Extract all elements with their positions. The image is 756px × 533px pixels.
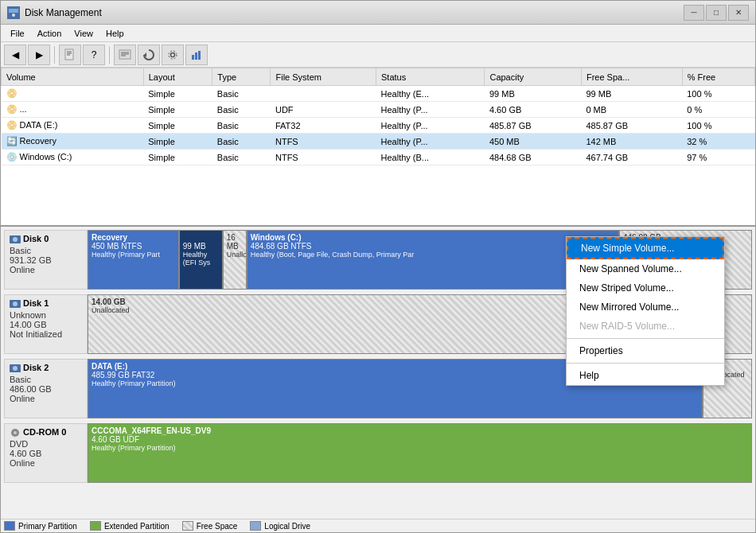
table-row[interactable]: 📀DATA (E:) Simple Basic FAT32 Healthy (P… bbox=[2, 118, 755, 134]
disk-0-efi-size: 99 MB bbox=[183, 242, 219, 251]
disk-0-efi-status: Healthy (EFI Sys bbox=[183, 251, 219, 266]
menu-bar: File Action View Help bbox=[1, 25, 755, 42]
cell-layout: Simple bbox=[143, 134, 212, 150]
col-status[interactable]: Status bbox=[376, 68, 485, 86]
table-row[interactable]: 🔄Recovery Simple Basic NTFS Healthy (P..… bbox=[2, 134, 755, 150]
col-freespace[interactable]: Free Spa... bbox=[581, 68, 682, 86]
table-row[interactable]: 💿Windows (C:) Simple Basic NTFS Healthy … bbox=[2, 150, 755, 165]
disk-cdrom-name: CD-ROM 0 bbox=[10, 427, 82, 438]
cell-fs: NTFS bbox=[271, 150, 376, 165]
disk-label-1: Disk 1 Unknown 14.00 GB Not Initialized bbox=[4, 294, 88, 354]
window-title: Disk Management bbox=[25, 7, 684, 18]
cell-layout: Simple bbox=[143, 118, 212, 134]
col-volume[interactable]: Volume bbox=[2, 68, 144, 86]
cell-pct: 100 % bbox=[682, 86, 754, 102]
disk-cdrom-disc[interactable]: CCCOMA_X64FRE_EN-US_DV9 4.60 GB UDF Heal… bbox=[88, 424, 751, 482]
cell-capacity: 484.68 GB bbox=[485, 150, 582, 165]
cell-free: 0 MB bbox=[581, 102, 682, 118]
cell-volume: 📀DATA (E:) bbox=[2, 118, 144, 134]
table-row[interactable]: 📀 Simple Basic Healthy (E... 99 MB 99 MB… bbox=[2, 86, 755, 102]
volume-table: Volume Layout Type File System Status Ca… bbox=[1, 68, 755, 227]
properties-button[interactable] bbox=[114, 45, 136, 65]
disk-1-name: Disk 1 bbox=[10, 298, 82, 309]
window-controls: ─ □ ✕ bbox=[684, 5, 749, 21]
disk-0-recovery-status: Healthy (Primary Part bbox=[92, 251, 175, 259]
legend-extended: Extended Partition bbox=[90, 521, 170, 531]
col-type[interactable]: Type bbox=[212, 68, 271, 86]
cell-free: 99 MB bbox=[581, 86, 682, 102]
maximize-button[interactable]: □ bbox=[706, 5, 727, 21]
disk-1-size: 14.00 GB bbox=[10, 320, 82, 329]
help-button[interactable]: ? bbox=[83, 45, 105, 65]
forward-button[interactable]: ▶ bbox=[28, 45, 50, 65]
menu-file[interactable]: File bbox=[4, 25, 31, 41]
menu-action[interactable]: Action bbox=[31, 25, 68, 41]
disk-0-recovery[interactable]: Recovery 450 MB NTFS Healthy (Primary Pa… bbox=[88, 231, 180, 289]
main-window: Disk Management ─ □ ✕ File Action View H… bbox=[0, 0, 756, 533]
close-button[interactable]: ✕ bbox=[728, 5, 749, 21]
settings-button[interactable] bbox=[162, 45, 184, 65]
ctx-new-mirrored-volume[interactable]: New Mirrored Volume... bbox=[567, 298, 724, 317]
col-capacity[interactable]: Capacity bbox=[485, 68, 582, 86]
disk-cdrom-disc-name: CCCOMA_X64FRE_EN-US_DV9 bbox=[92, 426, 748, 435]
disk-cdrom-status: Online bbox=[10, 458, 82, 468]
minimize-button[interactable]: ─ bbox=[684, 5, 704, 21]
back-button[interactable]: ◀ bbox=[4, 45, 26, 65]
col-layout[interactable]: Layout bbox=[143, 68, 212, 86]
cell-status: Healthy (P... bbox=[376, 134, 485, 150]
disk-label-2: Disk 2 Basic 486.00 GB Online bbox=[4, 359, 88, 418]
refresh-button[interactable] bbox=[138, 45, 160, 65]
legend-swatch-free bbox=[182, 521, 193, 531]
svg-point-24 bbox=[14, 431, 17, 434]
svg-point-12 bbox=[171, 53, 175, 56]
disk-1-type: Unknown bbox=[10, 310, 82, 320]
legend-label-primary: Primary Partition bbox=[18, 522, 77, 531]
chart-button[interactable] bbox=[185, 45, 208, 65]
disk-cdrom-partitions: CCCOMA_X64FRE_EN-US_DV9 4.60 GB UDF Heal… bbox=[88, 423, 752, 483]
cell-status: Healthy (P... bbox=[376, 102, 485, 118]
col-pctfree[interactable]: % Free bbox=[682, 68, 754, 86]
disk-1-status: Not Initialized bbox=[10, 329, 82, 339]
disk-cdrom-type: DVD bbox=[10, 439, 82, 449]
disk-0-size: 931.32 GB bbox=[10, 255, 82, 265]
cell-type: Basic bbox=[212, 86, 271, 102]
menu-view[interactable]: View bbox=[68, 25, 99, 41]
cell-fs: UDF bbox=[271, 102, 376, 118]
disk-0-unalloc-status: Unalloca bbox=[227, 251, 243, 259]
ctx-properties[interactable]: Properties bbox=[567, 341, 724, 360]
app-icon bbox=[7, 6, 20, 19]
svg-point-2 bbox=[12, 14, 15, 17]
cell-free: 467.74 GB bbox=[581, 150, 682, 165]
cell-type: Basic bbox=[212, 134, 271, 150]
legend-swatch-extended bbox=[90, 521, 101, 531]
ctx-new-spanned-volume[interactable]: New Spanned Volume... bbox=[567, 259, 724, 278]
svg-point-18 bbox=[13, 237, 18, 242]
ctx-new-simple-volume[interactable]: New Simple Volume... bbox=[567, 237, 724, 259]
svg-point-13 bbox=[169, 51, 177, 59]
ctx-help[interactable]: Help bbox=[567, 366, 724, 385]
svg-rect-15 bbox=[195, 53, 197, 60]
disk-2-type: Basic bbox=[10, 375, 82, 384]
legend-label-free: Free Space bbox=[197, 522, 238, 531]
disk-0-windows-status: Healthy (Boot, Page File, Crash Dump, Pr… bbox=[251, 251, 615, 259]
legend-swatch-primary bbox=[4, 521, 15, 531]
col-filesystem[interactable]: File System bbox=[271, 68, 376, 86]
disk-0-windows[interactable]: Windows (C:) 484.68 GB NTFS Healthy (Boo… bbox=[247, 231, 620, 289]
page-button[interactable] bbox=[59, 45, 81, 65]
ctx-new-striped-volume[interactable]: New Striped Volume... bbox=[567, 278, 724, 298]
cell-type: Basic bbox=[212, 102, 271, 118]
svg-rect-14 bbox=[192, 55, 194, 60]
legend-swatch-logical bbox=[250, 521, 261, 531]
disk-0-efi-name bbox=[183, 233, 219, 242]
title-bar: Disk Management ─ □ ✕ bbox=[1, 1, 755, 25]
disk-0-efi[interactable]: 99 MB Healthy (EFI Sys bbox=[180, 231, 224, 289]
cell-type: Basic bbox=[212, 118, 271, 134]
disk-0-type: Basic bbox=[10, 246, 82, 255]
disk-0-unalloc-small[interactable]: 16 MB Unalloca bbox=[224, 231, 247, 289]
legend-primary: Primary Partition bbox=[4, 521, 77, 531]
table-row[interactable]: 📀... Simple Basic UDF Healthy (P... 4.60… bbox=[2, 102, 755, 118]
menu-help[interactable]: Help bbox=[99, 25, 131, 41]
legend-label-extended: Extended Partition bbox=[104, 522, 170, 531]
svg-rect-16 bbox=[198, 51, 201, 60]
disk-0-windows-name: Windows (C:) bbox=[251, 233, 615, 242]
